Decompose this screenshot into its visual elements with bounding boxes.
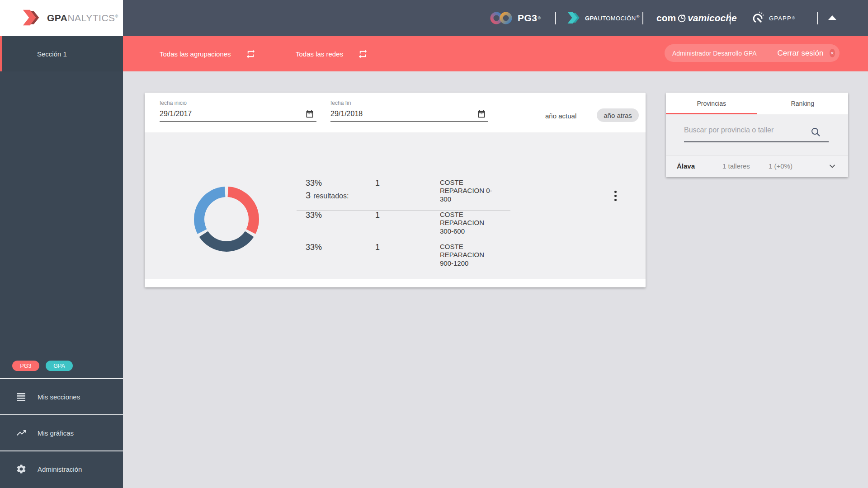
filter-redes-button[interactable]: Todas las redes xyxy=(296,36,368,71)
sidebar: Sección 1 PG3 GPA Mis secciones Mis gr xyxy=(0,36,123,488)
row-count: 1 xyxy=(375,178,380,188)
user-session-chip: Administrador Desarrollo GPA Cerrar sesi… xyxy=(665,44,840,62)
province-growth: 1 (+0%) xyxy=(769,155,793,177)
gear-icon xyxy=(16,464,27,474)
filter-bar: Todas las agrupaciones Todas las redes A… xyxy=(123,36,868,71)
logout-button[interactable]: Cerrar sesión xyxy=(777,49,823,58)
comprovamicoche-logo: com vamicoche xyxy=(656,0,737,36)
row-percent: 33% xyxy=(306,178,322,188)
tab-ranking[interactable]: Ranking xyxy=(757,93,849,114)
chevron-down-icon[interactable] xyxy=(828,162,837,171)
sidebar-item-mis-secciones[interactable]: Mis secciones xyxy=(0,378,123,414)
chart-section: 3resultados: 33% 1 COSTE REPARACION 0-30… xyxy=(145,132,646,279)
result-row: 33% 1 COSTE REPARACION 300-600 xyxy=(297,211,511,243)
row-label: COSTE REPARACION 0-300 xyxy=(440,178,499,203)
search-underline xyxy=(684,141,829,142)
search-section xyxy=(666,114,848,155)
gpautomocion-logo: GPAUTOMOCIÓN® xyxy=(566,0,640,36)
clock-icon xyxy=(677,13,687,23)
gpapp-wrench-icon xyxy=(751,11,765,25)
donut-segment-2[interactable] xyxy=(199,192,225,232)
fecha-fin-underline xyxy=(330,121,488,122)
sidebar-active-label: Sección 1 xyxy=(37,50,67,58)
calendar-icon[interactable] xyxy=(477,109,486,118)
header-divider xyxy=(642,12,643,24)
province-row-alava[interactable]: Álava 1 talleres 1 (+0%) xyxy=(666,155,848,177)
swap-arrows-icon xyxy=(245,49,256,59)
list-icon xyxy=(16,391,27,402)
fecha-inicio-underline xyxy=(160,121,316,122)
header-divider xyxy=(817,12,818,24)
provinces-panel: Provincias Ranking Álava 1 talleres 1 (+… xyxy=(666,93,848,177)
tab-provincias[interactable]: Provincias xyxy=(666,93,757,114)
search-input[interactable] xyxy=(684,123,811,137)
pg3-infinity-icon xyxy=(489,10,514,26)
fecha-inicio-input[interactable]: 29/1/2017 xyxy=(160,110,192,118)
ano-atras-button[interactable]: año atras xyxy=(597,108,639,122)
row-percent: 33% xyxy=(306,243,322,252)
fecha-inicio-label: fecha inicio xyxy=(160,100,187,106)
header-divider xyxy=(730,12,731,24)
donut-chart[interactable] xyxy=(190,183,263,255)
pg3-logo: PG3® xyxy=(489,0,541,36)
swap-arrows-icon xyxy=(358,49,368,59)
card-menu-kebab-icon[interactable] xyxy=(611,188,619,204)
badge-pg3[interactable]: PG3 xyxy=(12,361,39,371)
logout-close-icon[interactable]: × xyxy=(830,49,835,57)
header-divider xyxy=(555,12,556,24)
trending-up-icon xyxy=(16,427,27,438)
sidebar-item-seccion-1[interactable]: Sección 1 xyxy=(0,36,123,71)
row-percent: 33% xyxy=(306,211,322,220)
donut-segment-0[interactable] xyxy=(228,192,254,232)
ano-actual-button[interactable]: año actual xyxy=(545,112,576,120)
row-label: COSTE REPARACION 900-1200 xyxy=(440,243,499,267)
panel-tabs: Provincias Ranking xyxy=(666,93,848,114)
row-label: COSTE REPARACION 300-600 xyxy=(440,211,499,235)
donut-segment-1[interactable] xyxy=(203,234,249,246)
filter-agrupaciones-button[interactable]: Todas las agrupaciones xyxy=(160,36,256,71)
gpapp-logo: GPAPP® xyxy=(751,0,795,36)
province-talleres: 1 talleres xyxy=(722,155,750,177)
row-count: 1 xyxy=(375,211,380,220)
badge-gpa[interactable]: GPA xyxy=(46,361,73,371)
result-row: 33% 1 COSTE REPARACION 0-300 xyxy=(297,178,511,211)
gpanalytics-wordmark: GPANALYTICS® xyxy=(47,13,118,23)
chart-card: fecha inicio 29/1/2017 fecha fin 29/1/20… xyxy=(145,93,646,287)
province-name: Álava xyxy=(677,155,695,177)
sidebar-menu: Mis secciones Mis gráficas Administració… xyxy=(0,378,123,487)
collapse-header-button[interactable] xyxy=(828,15,836,20)
search-icon[interactable] xyxy=(811,127,821,138)
sidebar-badges: PG3 GPA xyxy=(12,361,73,371)
fecha-fin-input[interactable]: 29/1/2018 xyxy=(330,110,363,118)
sidebar-item-mis-graficas[interactable]: Mis gráficas xyxy=(0,414,123,450)
top-header: GPANALYTICS® PG3® xyxy=(0,0,868,36)
row-count: 1 xyxy=(375,243,380,252)
app-root: GPANALYTICS® PG3® xyxy=(0,0,868,488)
sidebar-item-administracion[interactable]: Administración xyxy=(0,450,123,487)
calendar-icon[interactable] xyxy=(305,109,314,118)
gpautomocion-arrow-icon xyxy=(566,10,581,26)
gpanalytics-logo: GPANALYTICS® xyxy=(0,0,123,36)
logged-user-label: Administrador Desarrollo GPA xyxy=(672,50,756,57)
result-row: 33% 1 COSTE REPARACION 900-1200 xyxy=(297,243,511,275)
gpanalytics-arrow-icon xyxy=(21,8,42,28)
fecha-fin-label: fecha fin xyxy=(330,100,351,106)
